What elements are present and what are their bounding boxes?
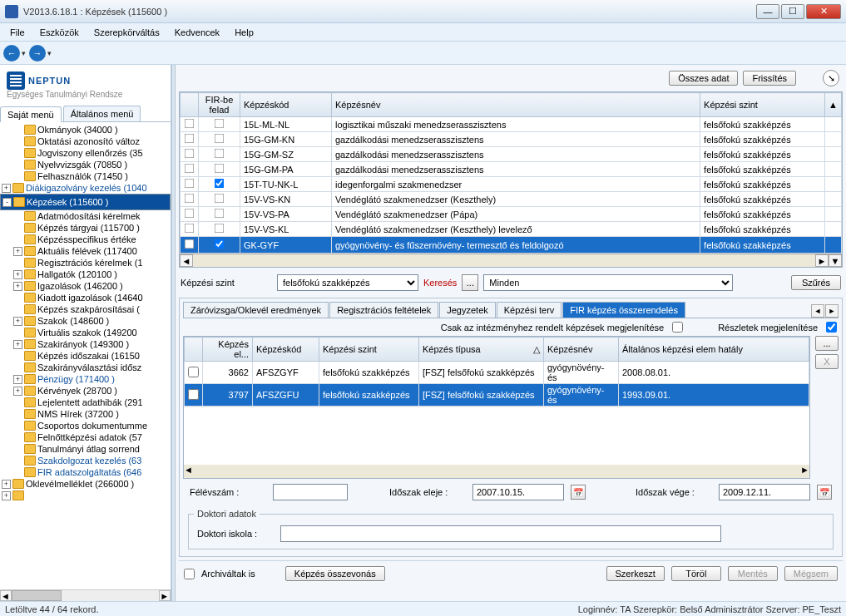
- g2-scroll-right-icon[interactable]: ►: [800, 465, 809, 478]
- tree-item[interactable]: Lejelentett adathibák (291: [0, 397, 171, 408]
- menu-file[interactable]: File: [3, 26, 32, 39]
- g2-col-tipus[interactable]: Képzés típusa △: [419, 338, 544, 362]
- tree-item[interactable]: +Szakok (148600 ): [0, 315, 171, 327]
- g2-col-check[interactable]: [185, 338, 203, 362]
- tree-item[interactable]: Képzés időszakai (16150: [0, 350, 171, 362]
- grid-hscroll[interactable]: ◄ ► ▼: [180, 254, 842, 267]
- g2-col-szint[interactable]: Képzési szint: [319, 338, 419, 362]
- tab-own-menu[interactable]: Saját menü: [0, 106, 62, 122]
- tree-expander-icon[interactable]: +: [13, 375, 22, 384]
- table-row[interactable]: 3797AFSZGFUfelsőfokú szakképzés[FSZ] fel…: [185, 384, 809, 407]
- help-icon[interactable]: ➘: [823, 70, 839, 86]
- row-check[interactable]: [185, 209, 195, 219]
- tree-item[interactable]: Kiadott igazolások (14640: [0, 292, 171, 303]
- tree-expander-icon[interactable]: +: [13, 270, 22, 279]
- tree-item[interactable]: Oktatási azonosító változ: [0, 136, 171, 147]
- tree-item[interactable]: +: [0, 490, 171, 501]
- search-link[interactable]: Keresés: [423, 278, 457, 288]
- row-check[interactable]: [185, 194, 195, 204]
- row-check[interactable]: [188, 367, 199, 377]
- table-row[interactable]: 15G-GM-PAgazdálkodási menedzserassziszte…: [181, 162, 842, 177]
- tree-expander-icon[interactable]: +: [13, 387, 22, 396]
- row-fir-check[interactable]: [215, 179, 225, 189]
- grid-scroll-right-icon[interactable]: ►: [815, 254, 829, 267]
- tree-expander-icon[interactable]: +: [2, 184, 11, 193]
- grid-scroll-left-icon[interactable]: ◄: [180, 254, 193, 267]
- row-check[interactable]: [185, 149, 195, 159]
- row-check[interactable]: [185, 179, 195, 189]
- col-nev[interactable]: Képzésnév: [332, 93, 700, 117]
- table-row[interactable]: 15L-ML-NLlogisztikai műszaki menedzseras…: [181, 117, 842, 132]
- tree-item[interactable]: +Szakirányok (149300 ): [0, 338, 171, 350]
- btn-remove[interactable]: X: [815, 354, 839, 369]
- tree-expander-icon[interactable]: +: [2, 491, 11, 500]
- tree-item[interactable]: +Kérvények (28700 ): [0, 385, 171, 397]
- tree-item[interactable]: Virtuális szakok (149200: [0, 327, 171, 338]
- btn-save[interactable]: Mentés: [728, 566, 778, 581]
- row-fir-check[interactable]: [215, 194, 225, 204]
- nav-forward-icon[interactable]: →: [29, 45, 46, 62]
- subtab-jegyzetek[interactable]: Jegyzetek: [439, 302, 496, 318]
- tree-expander-icon[interactable]: +: [13, 247, 22, 256]
- row-check[interactable]: [185, 134, 195, 144]
- tree-item[interactable]: +Igazolások (146200 ): [0, 280, 171, 292]
- tree-item[interactable]: +Aktuális félévek (117400: [0, 245, 171, 257]
- menu-help[interactable]: Help: [228, 26, 260, 39]
- chk-archived[interactable]: [184, 569, 195, 579]
- tree-item[interactable]: FIR adatszolgáltatás (646: [0, 466, 171, 478]
- tab-general-menu[interactable]: Általános menü: [63, 106, 141, 121]
- menu-tools[interactable]: Eszközök: [33, 26, 86, 39]
- tree-item[interactable]: Nyelvvizsgák (70850 ): [0, 159, 171, 170]
- tree-item[interactable]: Felhasználók (71450 ): [0, 170, 171, 182]
- tree-expander-icon[interactable]: -: [2, 198, 12, 207]
- btn-refresh[interactable]: Frissítés: [743, 71, 796, 86]
- col-fir[interactable]: FIR-be felad: [199, 93, 240, 117]
- subtab-kepzesiterv[interactable]: Képzési terv: [497, 302, 562, 318]
- tree-item[interactable]: Jogviszony ellenőrzés (35: [0, 147, 171, 159]
- tree-item[interactable]: Szakirányválasztási idősz: [0, 362, 171, 373]
- g2-scroll-left-icon[interactable]: ◄: [184, 465, 193, 478]
- col-scroll-up[interactable]: ▲: [825, 93, 842, 117]
- date-picker-icon[interactable]: 📅: [571, 485, 586, 500]
- nav-back-icon[interactable]: ←: [3, 45, 20, 62]
- tree-item[interactable]: Képzés tárgyai (115700 ): [0, 222, 171, 234]
- search-more-button[interactable]: ...: [462, 274, 478, 291]
- col-szint[interactable]: Képzési szint: [700, 93, 825, 117]
- table-row[interactable]: 15G-GM-KNgazdálkodási menedzserassziszte…: [181, 132, 842, 147]
- tree-item[interactable]: +Oklevélmelléklet (266000 ): [0, 478, 171, 490]
- chk-only-inst[interactable]: [672, 322, 683, 333]
- tree-item[interactable]: Felnőttképzési adatok (57: [0, 431, 171, 443]
- btn-lookup[interactable]: ...: [815, 336, 839, 351]
- col-check[interactable]: [181, 93, 199, 117]
- row-check[interactable]: [185, 224, 195, 234]
- col-kod[interactable]: Képzéskód: [240, 93, 332, 117]
- menu-favorites[interactable]: Kedvencek: [168, 26, 226, 39]
- table-row[interactable]: 15T-TU-NK-Lidegenforgalmi szakmenedzserf…: [181, 177, 842, 192]
- tree-item[interactable]: Regisztrációs kérelmek (1: [0, 257, 171, 269]
- row-fir-check[interactable]: [215, 239, 225, 249]
- input-felevszam[interactable]: [273, 484, 348, 500]
- g2-col-el[interactable]: Képzés el...: [203, 338, 253, 362]
- tree-item[interactable]: Képzés szakpárosításai (: [0, 303, 171, 315]
- menu-rolechange[interactable]: Szerepkörváltás: [87, 26, 166, 39]
- input-ido-eleje[interactable]: [472, 484, 564, 500]
- row-check[interactable]: [185, 164, 195, 174]
- subtab-regisztracio[interactable]: Regisztrációs feltételek: [329, 302, 438, 318]
- tree-item[interactable]: Csoportos dokumentumme: [0, 420, 171, 431]
- tab-scroll-right-icon[interactable]: ►: [825, 304, 839, 318]
- table-row[interactable]: 15V-VS-PAVendéglátó szakmenedzser (Pápa)…: [181, 207, 842, 222]
- tree-item[interactable]: Tanulmányi átlag sorrend: [0, 443, 171, 455]
- nav-back-dropdown-icon[interactable]: ▾: [22, 49, 26, 57]
- filter-scope-select[interactable]: Minden: [483, 274, 733, 291]
- subtab-fir[interactable]: FIR képzés összerendelés: [562, 302, 685, 318]
- row-fir-check[interactable]: [215, 149, 225, 159]
- tree-item[interactable]: +Hallgatók (120100 ): [0, 269, 171, 280]
- tree-item[interactable]: NMS Hírek (37200 ): [0, 408, 171, 420]
- row-fir-check[interactable]: [215, 209, 225, 219]
- scroll-right-icon[interactable]: ►: [159, 590, 171, 601]
- window-minimize[interactable]: —: [756, 4, 779, 19]
- grid-scroll-down-icon[interactable]: ▼: [829, 254, 842, 267]
- btn-merge[interactable]: Képzés összevonás: [285, 566, 385, 581]
- row-fir-check[interactable]: [215, 224, 225, 234]
- tab-scroll-left-icon[interactable]: ◄: [811, 304, 824, 318]
